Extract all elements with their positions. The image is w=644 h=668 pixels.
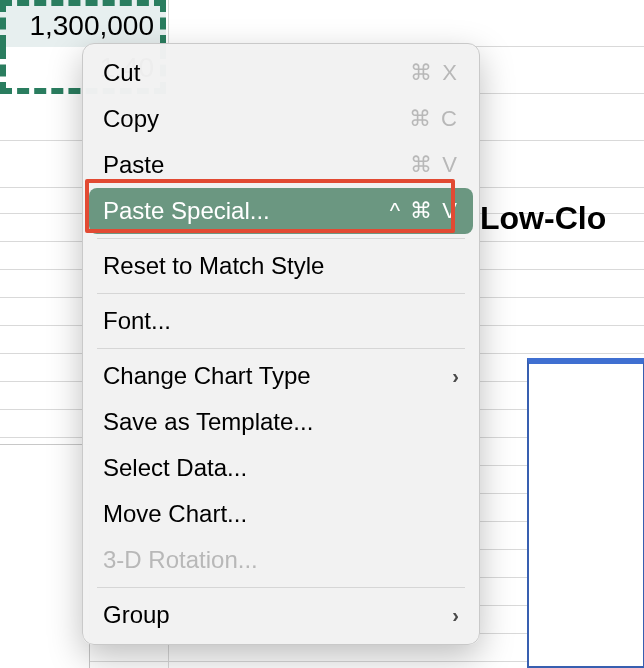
menu-separator: [97, 587, 465, 588]
cell-value: 1,300,000: [29, 10, 154, 42]
chevron-right-icon: ›: [452, 604, 459, 627]
menu-label: Paste Special...: [103, 197, 390, 225]
cell-selected-a1[interactable]: 1,300,000: [0, 0, 166, 47]
menu-group[interactable]: Group ›: [83, 592, 479, 638]
chart-title-fragment: Low-Clo: [480, 200, 606, 237]
menu-label: Cut: [103, 59, 410, 87]
menu-3d-rotation: 3-D Rotation...: [83, 537, 479, 583]
menu-label: Font...: [103, 307, 459, 335]
menu-reset-style[interactable]: Reset to Match Style: [83, 243, 479, 289]
menu-label: Paste: [103, 151, 410, 179]
menu-cut[interactable]: Cut ⌘ X: [83, 50, 479, 96]
chart-bar[interactable]: [527, 358, 644, 668]
menu-shortcut: ⌘ V: [410, 152, 459, 178]
context-menu: Cut ⌘ X Copy ⌘ C Paste ⌘ V Paste Special…: [82, 43, 480, 645]
menu-shortcut: ⌘ X: [410, 60, 459, 86]
menu-paste[interactable]: Paste ⌘ V: [83, 142, 479, 188]
menu-shortcut: ^ ⌘ V: [390, 198, 459, 224]
menu-paste-special[interactable]: Paste Special... ^ ⌘ V: [89, 188, 473, 234]
menu-move-chart[interactable]: Move Chart...: [83, 491, 479, 537]
menu-label: Change Chart Type: [103, 362, 452, 390]
menu-change-chart-type[interactable]: Change Chart Type ›: [83, 353, 479, 399]
menu-save-as-template[interactable]: Save as Template...: [83, 399, 479, 445]
menu-label: Select Data...: [103, 454, 459, 482]
menu-label: Reset to Match Style: [103, 252, 459, 280]
menu-font[interactable]: Font...: [83, 298, 479, 344]
menu-label: Group: [103, 601, 452, 629]
menu-copy[interactable]: Copy ⌘ C: [83, 96, 479, 142]
menu-select-data[interactable]: Select Data...: [83, 445, 479, 491]
chart-plot-area[interactable]: [0, 444, 90, 668]
menu-label: Move Chart...: [103, 500, 459, 528]
menu-separator: [97, 238, 465, 239]
menu-separator: [97, 293, 465, 294]
chevron-right-icon: ›: [452, 365, 459, 388]
menu-separator: [97, 348, 465, 349]
menu-label: Save as Template...: [103, 408, 459, 436]
menu-label: 3-D Rotation...: [103, 546, 459, 574]
menu-shortcut: ⌘ C: [409, 106, 459, 132]
menu-label: Copy: [103, 105, 409, 133]
